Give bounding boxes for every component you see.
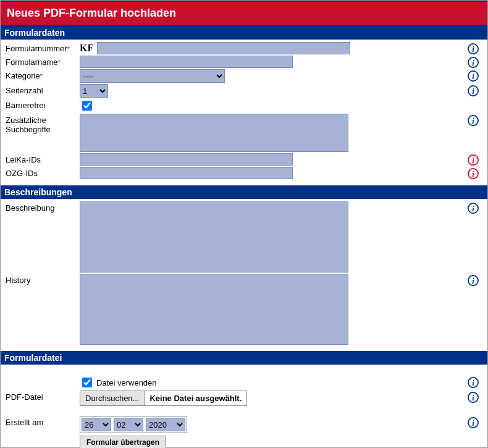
submit-button[interactable]: Formular übertragen [80, 436, 166, 448]
info-icon[interactable]: i [468, 203, 479, 214]
svg-text:i: i [472, 87, 474, 96]
file-status: Keine Datei ausgewählt. [145, 391, 246, 405]
info-icon[interactable]: i [468, 57, 479, 68]
info-icon[interactable]: i [468, 85, 479, 96]
usefile-label: Datei verwenden [96, 378, 157, 387]
created-month-select[interactable]: 02 [114, 418, 143, 431]
label-formname: Formularname* [6, 56, 80, 67]
svg-text:i: i [472, 394, 474, 402]
info-icon[interactable]: i [468, 154, 479, 166]
info-icon[interactable]: i [468, 115, 479, 126]
formname-input[interactable] [80, 56, 293, 68]
formnum-input[interactable] [97, 42, 350, 54]
label-ozg: OZG-IDs [6, 167, 80, 178]
ozg-input[interactable] [80, 167, 293, 179]
label-barrierfree: Barrierefrei [6, 99, 80, 110]
label-description: Beschreibung [6, 201, 80, 213]
info-icon[interactable]: i [468, 417, 479, 428]
leika-input[interactable] [80, 153, 293, 166]
label-searchterms: Zusätzliche Suchbegriffe [6, 114, 80, 134]
section-header-formfile: Formulardatei [1, 351, 487, 365]
svg-text:i: i [472, 156, 474, 165]
info-icon[interactable]: i [468, 275, 479, 286]
history-textarea[interactable] [80, 274, 348, 345]
svg-text:i: i [472, 117, 474, 125]
label-history: History [6, 274, 80, 285]
info-icon[interactable]: i [468, 43, 479, 54]
svg-text:i: i [472, 170, 474, 179]
svg-text:i: i [472, 419, 474, 428]
svg-text:i: i [472, 72, 474, 81]
label-created: Erstellt am [6, 416, 80, 427]
barrierfree-checkbox[interactable] [82, 101, 92, 111]
searchterms-textarea[interactable] [80, 114, 348, 152]
info-icon[interactable]: i [468, 377, 479, 388]
svg-text:i: i [472, 205, 474, 213]
section-header-formdata: Formulardaten [1, 26, 487, 40]
label-pdffile: PDF-Datei [6, 391, 80, 402]
svg-text:i: i [472, 59, 474, 67]
svg-text:i: i [472, 45, 474, 54]
page-title: Neues PDF-Formular hochladen [1, 1, 487, 26]
info-icon[interactable]: i [468, 392, 479, 403]
description-textarea[interactable] [80, 201, 348, 273]
label-formnum: Formularnummer* [6, 42, 80, 53]
pages-select[interactable]: 1 [80, 84, 108, 98]
info-icon[interactable]: i [468, 70, 479, 82]
created-day-select[interactable]: 26 [82, 418, 111, 431]
created-year-select[interactable]: 2020 [146, 418, 185, 431]
browse-button[interactable]: Durchsuchen... [80, 391, 145, 405]
label-leika: LeiKa-IDs [6, 153, 80, 164]
category-select[interactable]: ---- [80, 69, 225, 83]
svg-text:i: i [472, 277, 474, 285]
info-icon[interactable]: i [468, 168, 479, 179]
label-category: Kategorie* [6, 69, 80, 80]
section-header-descriptions: Beschreibungen [1, 185, 487, 199]
usefile-checkbox[interactable] [82, 378, 92, 387]
svg-text:i: i [472, 379, 474, 387]
label-pages: Seitenzahl [6, 84, 80, 95]
formnum-prefix: KF [80, 43, 95, 54]
